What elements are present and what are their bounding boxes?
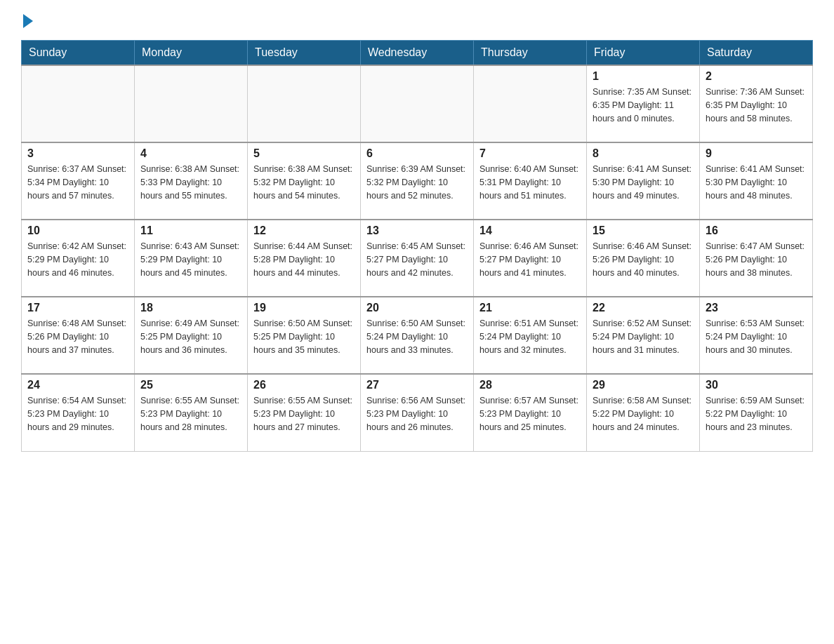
day-info: Sunrise: 6:49 AM Sunset: 5:25 PM Dayligh…: [140, 317, 241, 356]
calendar-cell: 25Sunrise: 6:55 AM Sunset: 5:23 PM Dayli…: [135, 374, 248, 451]
day-info: Sunrise: 6:54 AM Sunset: 5:23 PM Dayligh…: [27, 394, 128, 434]
day-info: Sunrise: 6:48 AM Sunset: 5:26 PM Dayligh…: [27, 317, 128, 356]
calendar-week-row: 24Sunrise: 6:54 AM Sunset: 5:23 PM Dayli…: [22, 374, 813, 451]
day-info: Sunrise: 7:36 AM Sunset: 6:35 PM Dayligh…: [706, 86, 807, 125]
weekday-header-sunday: Sunday: [22, 41, 135, 66]
day-info: Sunrise: 6:50 AM Sunset: 5:24 PM Dayligh…: [366, 317, 468, 356]
weekday-header-saturday: Saturday: [700, 41, 813, 66]
day-info: Sunrise: 6:41 AM Sunset: 5:30 PM Dayligh…: [593, 163, 694, 202]
day-number: 14: [479, 224, 581, 237]
day-number: 10: [27, 224, 128, 237]
day-info: Sunrise: 6:41 AM Sunset: 5:30 PM Dayligh…: [706, 163, 807, 202]
calendar-cell: 10Sunrise: 6:42 AM Sunset: 5:29 PM Dayli…: [22, 220, 135, 297]
calendar-cell: 22Sunrise: 6:52 AM Sunset: 5:24 PM Dayli…: [587, 297, 700, 374]
day-number: 5: [253, 147, 355, 160]
weekday-header-monday: Monday: [135, 41, 248, 66]
calendar-table: SundayMondayTuesdayWednesdayThursdayFrid…: [21, 40, 813, 452]
day-number: 28: [479, 379, 581, 391]
day-number: 1: [593, 70, 694, 83]
day-number: 24: [27, 379, 128, 391]
day-number: 21: [479, 302, 581, 314]
calendar-cell: [135, 65, 248, 142]
day-info: Sunrise: 6:51 AM Sunset: 5:24 PM Dayligh…: [479, 317, 581, 356]
calendar-week-row: 10Sunrise: 6:42 AM Sunset: 5:29 PM Dayli…: [22, 220, 813, 297]
day-info: Sunrise: 6:38 AM Sunset: 5:32 PM Dayligh…: [253, 163, 355, 202]
calendar-cell: 8Sunrise: 6:41 AM Sunset: 5:30 PM Daylig…: [587, 142, 700, 220]
day-info: Sunrise: 6:55 AM Sunset: 5:23 PM Dayligh…: [253, 394, 355, 434]
day-info: Sunrise: 6:46 AM Sunset: 5:27 PM Dayligh…: [479, 240, 581, 279]
logo-triangle-icon: [23, 14, 33, 28]
day-number: 4: [140, 147, 241, 160]
calendar-cell: 6Sunrise: 6:39 AM Sunset: 5:32 PM Daylig…: [361, 142, 474, 220]
day-info: Sunrise: 6:53 AM Sunset: 5:24 PM Dayligh…: [706, 317, 807, 356]
day-info: Sunrise: 6:37 AM Sunset: 5:34 PM Dayligh…: [27, 163, 128, 202]
calendar-week-row: 17Sunrise: 6:48 AM Sunset: 5:26 PM Dayli…: [22, 297, 813, 374]
calendar-week-row: 3Sunrise: 6:37 AM Sunset: 5:34 PM Daylig…: [22, 142, 813, 220]
calendar-cell: 17Sunrise: 6:48 AM Sunset: 5:26 PM Dayli…: [22, 297, 135, 374]
day-info: Sunrise: 6:59 AM Sunset: 5:22 PM Dayligh…: [706, 394, 807, 434]
calendar-cell: 23Sunrise: 6:53 AM Sunset: 5:24 PM Dayli…: [700, 297, 813, 374]
calendar-cell: 13Sunrise: 6:45 AM Sunset: 5:27 PM Dayli…: [361, 220, 474, 297]
weekday-header-row: SundayMondayTuesdayWednesdayThursdayFrid…: [22, 41, 813, 66]
day-info: Sunrise: 6:57 AM Sunset: 5:23 PM Dayligh…: [479, 394, 581, 434]
day-number: 16: [706, 224, 807, 237]
day-number: 8: [593, 147, 694, 160]
calendar-cell: 2Sunrise: 7:36 AM Sunset: 6:35 PM Daylig…: [700, 65, 813, 142]
day-info: Sunrise: 6:56 AM Sunset: 5:23 PM Dayligh…: [366, 394, 468, 434]
day-info: Sunrise: 6:47 AM Sunset: 5:26 PM Dayligh…: [706, 240, 807, 279]
day-number: 11: [140, 224, 241, 237]
day-number: 3: [27, 147, 128, 160]
calendar-cell: 4Sunrise: 6:38 AM Sunset: 5:33 PM Daylig…: [135, 142, 248, 220]
calendar-cell: 29Sunrise: 6:58 AM Sunset: 5:22 PM Dayli…: [587, 374, 700, 451]
calendar-cell: 20Sunrise: 6:50 AM Sunset: 5:24 PM Dayli…: [361, 297, 474, 374]
day-number: 12: [253, 224, 355, 237]
calendar-cell: 24Sunrise: 6:54 AM Sunset: 5:23 PM Dayli…: [22, 374, 135, 451]
day-info: Sunrise: 7:35 AM Sunset: 6:35 PM Dayligh…: [593, 86, 694, 125]
day-number: 17: [27, 302, 128, 314]
day-number: 6: [366, 147, 468, 160]
calendar-cell: 14Sunrise: 6:46 AM Sunset: 5:27 PM Dayli…: [474, 220, 587, 297]
calendar-cell: 16Sunrise: 6:47 AM Sunset: 5:26 PM Dayli…: [700, 220, 813, 297]
calendar-cell: 30Sunrise: 6:59 AM Sunset: 5:22 PM Dayli…: [700, 374, 813, 451]
day-number: 26: [253, 379, 355, 391]
calendar-cell: 21Sunrise: 6:51 AM Sunset: 5:24 PM Dayli…: [474, 297, 587, 374]
day-info: Sunrise: 6:39 AM Sunset: 5:32 PM Dayligh…: [366, 163, 468, 202]
calendar-cell: [248, 65, 361, 142]
day-number: 29: [593, 379, 694, 391]
day-number: 15: [593, 224, 694, 237]
day-number: 18: [140, 302, 241, 314]
calendar-cell: [22, 65, 135, 142]
day-number: 9: [706, 147, 807, 160]
calendar-cell: 27Sunrise: 6:56 AM Sunset: 5:23 PM Dayli…: [361, 374, 474, 451]
calendar-cell: 9Sunrise: 6:41 AM Sunset: 5:30 PM Daylig…: [700, 142, 813, 220]
weekday-header-friday: Friday: [587, 41, 700, 66]
day-info: Sunrise: 6:45 AM Sunset: 5:27 PM Dayligh…: [366, 240, 468, 279]
day-info: Sunrise: 6:58 AM Sunset: 5:22 PM Dayligh…: [593, 394, 694, 434]
calendar-cell: 19Sunrise: 6:50 AM Sunset: 5:25 PM Dayli…: [248, 297, 361, 374]
day-number: 13: [366, 224, 468, 237]
day-info: Sunrise: 6:46 AM Sunset: 5:26 PM Dayligh…: [593, 240, 694, 279]
calendar-cell: [474, 65, 587, 142]
calendar-cell: 18Sunrise: 6:49 AM Sunset: 5:25 PM Dayli…: [135, 297, 248, 374]
day-number: 19: [253, 302, 355, 314]
weekday-header-thursday: Thursday: [474, 41, 587, 66]
day-number: 22: [593, 302, 694, 314]
calendar-cell: 1Sunrise: 7:35 AM Sunset: 6:35 PM Daylig…: [587, 65, 700, 142]
calendar-cell: 28Sunrise: 6:57 AM Sunset: 5:23 PM Dayli…: [474, 374, 587, 451]
day-info: Sunrise: 6:50 AM Sunset: 5:25 PM Dayligh…: [253, 317, 355, 356]
calendar-cell: 11Sunrise: 6:43 AM Sunset: 5:29 PM Dayli…: [135, 220, 248, 297]
day-number: 27: [366, 379, 468, 391]
weekday-header-tuesday: Tuesday: [248, 41, 361, 66]
calendar-week-row: 1Sunrise: 7:35 AM Sunset: 6:35 PM Daylig…: [22, 65, 813, 142]
day-info: Sunrise: 6:43 AM Sunset: 5:29 PM Dayligh…: [140, 240, 241, 279]
day-info: Sunrise: 6:52 AM Sunset: 5:24 PM Dayligh…: [593, 317, 694, 356]
day-info: Sunrise: 6:55 AM Sunset: 5:23 PM Dayligh…: [140, 394, 241, 434]
calendar-header: SundayMondayTuesdayWednesdayThursdayFrid…: [22, 41, 813, 66]
day-number: 2: [706, 70, 807, 83]
day-info: Sunrise: 6:42 AM Sunset: 5:29 PM Dayligh…: [27, 240, 128, 279]
day-number: 7: [479, 147, 581, 160]
calendar-cell: 3Sunrise: 6:37 AM Sunset: 5:34 PM Daylig…: [22, 142, 135, 220]
day-info: Sunrise: 6:40 AM Sunset: 5:31 PM Dayligh…: [479, 163, 581, 202]
weekday-header-wednesday: Wednesday: [361, 41, 474, 66]
calendar-cell: 26Sunrise: 6:55 AM Sunset: 5:23 PM Dayli…: [248, 374, 361, 451]
